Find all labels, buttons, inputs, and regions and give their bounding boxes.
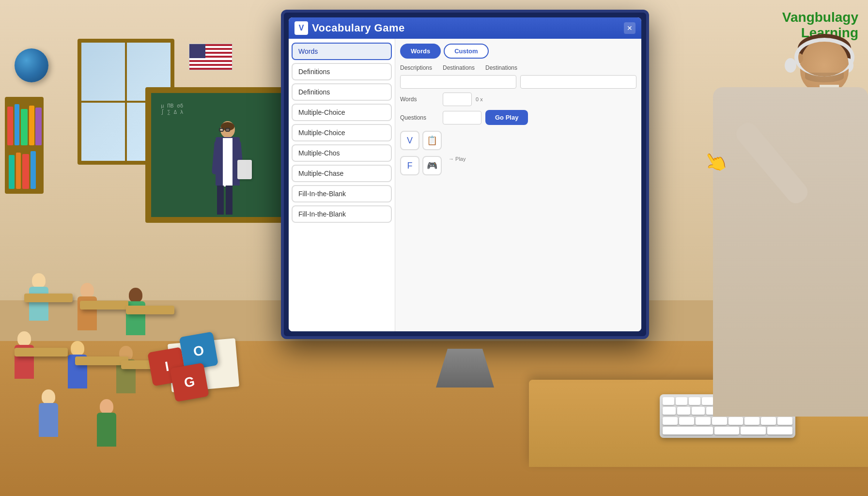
mode-item-multiple-chase[interactable]: Multiple-Chase: [292, 165, 392, 182]
app-titlebar: V Vocabulary Game ✕: [289, 17, 641, 39]
spacebar[interactable]: [663, 427, 713, 434]
config-row-questions: Questions Go Play: [400, 110, 636, 125]
key[interactable]: [696, 417, 711, 425]
main-person: [684, 29, 868, 417]
vocab-card-g[interactable]: G: [170, 363, 209, 402]
config-input-questions[interactable]: [443, 111, 481, 124]
descriptions-label: Descriptions: [400, 64, 439, 71]
app-title: Vocabulary Game: [312, 22, 620, 34]
key[interactable]: [679, 417, 694, 425]
headphones: [794, 38, 854, 77]
key[interactable]: [663, 407, 676, 415]
mode-item-fill-blank-2[interactable]: Fill-In-the-Blank: [292, 205, 392, 223]
mode-item-multiple-chos[interactable]: Multiple-Chos: [292, 144, 392, 162]
config-row-words: Words 0 x: [400, 93, 636, 106]
config-input-2[interactable]: [520, 75, 636, 89]
mode-item-definitions-2[interactable]: Definitions: [292, 83, 392, 101]
monitor-stand: [436, 349, 494, 388]
vocab-icon: V: [407, 136, 413, 146]
config-input-words[interactable]: [443, 93, 472, 106]
game-config-panel: Words Custom Descriptions Destinations D…: [395, 39, 641, 331]
words-label: Words: [400, 96, 439, 103]
american-flag: [189, 44, 232, 70]
config-row-1: [400, 75, 636, 89]
globe-decoration: [15, 48, 48, 82]
mode-item-fill-blank-1[interactable]: Fill-In-the-Blank: [292, 185, 392, 202]
monitor-container: V Vocabulary Game ✕ Words Definitions De…: [281, 10, 678, 358]
desk: [15, 348, 68, 356]
flashcard-icon-button[interactable]: F: [400, 156, 419, 175]
tabs-row: Words Custom: [400, 44, 636, 59]
app-close-button[interactable]: ✕: [624, 22, 636, 34]
desk: [126, 306, 174, 314]
key[interactable]: [663, 417, 678, 425]
destinations-label-1: Destinations: [443, 64, 481, 71]
icon-buttons-row-1: V 📋: [400, 131, 636, 150]
key[interactable]: [744, 417, 760, 425]
key[interactable]: [761, 417, 776, 425]
clipboard-icon-button[interactable]: 📋: [422, 131, 442, 150]
game-icon-button[interactable]: 🎮: [422, 156, 442, 175]
game-modes-list: Words Definitions Definitions Multiple-C…: [289, 39, 395, 331]
teacher-figure: [213, 121, 242, 218]
bookshelf: [5, 97, 44, 194]
key[interactable]: [777, 417, 792, 425]
config-row-descriptions: Descriptions Destinations Destinations: [400, 64, 636, 71]
key[interactable]: [741, 427, 766, 434]
key[interactable]: [714, 427, 740, 434]
flashcard-icon: F: [407, 161, 413, 171]
wall-text-line1: Vangbulagy: [782, 10, 858, 25]
extra-option: → Play: [449, 156, 465, 175]
questions-label: Questions: [400, 114, 439, 121]
destinations-label-2: Destinations: [485, 64, 524, 71]
keyboard-row-4: [663, 427, 792, 435]
mode-item-words[interactable]: Words: [292, 43, 392, 60]
key[interactable]: [663, 397, 674, 405]
tab-words[interactable]: Words: [400, 44, 441, 59]
monitor-screen: V Vocabulary Game ✕ Words Definitions De…: [281, 10, 649, 339]
students-area: [0, 215, 291, 409]
mode-item-multiple-choice-2[interactable]: Multiple-Choice: [292, 124, 392, 141]
key[interactable]: [712, 417, 727, 425]
config-input-1[interactable]: [400, 75, 516, 89]
key[interactable]: [767, 427, 792, 434]
words-count: 0 x: [476, 96, 483, 102]
key[interactable]: [728, 417, 744, 425]
desk: [24, 294, 73, 302]
tab-custom[interactable]: Custom: [444, 44, 488, 59]
vocab-icon-button[interactable]: V: [400, 131, 419, 150]
desk: [75, 356, 128, 365]
clipboard-icon: 📋: [427, 135, 437, 146]
app-window: V Vocabulary Game ✕ Words Definitions De…: [289, 17, 641, 331]
app-title-icon: V: [294, 21, 308, 35]
keyboard-row-3: [663, 417, 792, 425]
go-play-button[interactable]: Go Play: [485, 110, 528, 125]
app-body: Words Definitions Definitions Multiple-C…: [289, 39, 641, 331]
mode-item-definitions-1[interactable]: Definitions: [292, 63, 392, 80]
desk: [80, 301, 128, 310]
mode-item-multiple-choice-1[interactable]: Multiple-Choice: [292, 104, 392, 121]
game-icon: 🎮: [427, 160, 437, 171]
icon-buttons-row-2: F 🎮 → Play: [400, 156, 636, 175]
